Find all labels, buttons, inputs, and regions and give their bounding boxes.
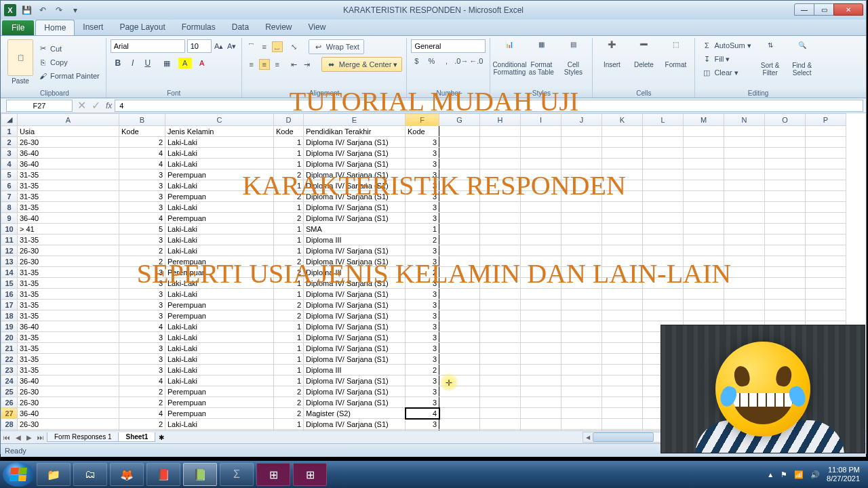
- delete-cells-button[interactable]: ➖Delete: [629, 39, 658, 70]
- cell[interactable]: [806, 126, 846, 137]
- cell[interactable]: [561, 245, 602, 256]
- cell[interactable]: [765, 245, 806, 256]
- align-bottom-icon[interactable]: ⎵: [272, 41, 283, 52]
- cell[interactable]: Diploma IV/ Sarjana (S1): [304, 256, 406, 267]
- cell[interactable]: 3: [406, 300, 439, 310]
- cell[interactable]: 3: [406, 354, 439, 365]
- cell[interactable]: [765, 310, 806, 321]
- cell[interactable]: [521, 278, 561, 289]
- cell[interactable]: Diploma IV/ Sarjana (S1): [304, 375, 406, 386]
- cell[interactable]: Perempuan: [165, 267, 274, 278]
- sort-filter-button[interactable]: ⇅Sort & Filter: [755, 40, 785, 78]
- cell[interactable]: 4: [119, 213, 165, 224]
- cell[interactable]: [480, 126, 521, 137]
- cell[interactable]: [765, 159, 806, 169]
- row-header[interactable]: 21: [1, 343, 18, 354]
- col-header[interactable]: L: [643, 114, 684, 126]
- cell[interactable]: [521, 300, 561, 310]
- cell[interactable]: [643, 245, 684, 256]
- cell[interactable]: Perempuan: [165, 408, 274, 419]
- border-button[interactable]: ▦: [161, 58, 172, 68]
- cell[interactable]: 3: [119, 169, 165, 180]
- cell[interactable]: Laki-Laki: [165, 289, 274, 300]
- cell[interactable]: Laki-Laki: [165, 245, 274, 256]
- cell[interactable]: Perempuan: [165, 256, 274, 267]
- cell[interactable]: [724, 202, 765, 213]
- taskbar-folder-icon[interactable]: 🗂: [73, 463, 107, 486]
- cell[interactable]: [480, 397, 521, 408]
- taskbar-excel-icon[interactable]: 📗: [183, 463, 217, 486]
- sheet-tab[interactable]: Form Responses 1: [47, 432, 119, 442]
- col-header[interactable]: F: [406, 114, 439, 126]
- cell[interactable]: [806, 310, 846, 321]
- cell[interactable]: [765, 256, 806, 267]
- insert-cells-button[interactable]: ➕Insert: [597, 39, 627, 70]
- cell[interactable]: [643, 278, 684, 289]
- cell[interactable]: [806, 245, 846, 256]
- cell[interactable]: 36-40: [18, 408, 119, 419]
- cell[interactable]: [724, 256, 765, 267]
- cell[interactable]: [602, 202, 643, 213]
- cell[interactable]: Laki-Laki: [165, 148, 274, 159]
- cell[interactable]: [439, 126, 480, 137]
- cell[interactable]: [643, 191, 684, 202]
- taskbar-app1-icon[interactable]: ⊞: [256, 463, 290, 486]
- formula-input[interactable]: [115, 100, 863, 112]
- col-header[interactable]: C: [165, 114, 274, 126]
- cell[interactable]: [602, 332, 643, 343]
- ribbon-tab-insert[interactable]: Insert: [75, 20, 111, 35]
- cell[interactable]: [480, 213, 521, 224]
- comma-icon[interactable]: ,: [441, 56, 452, 66]
- save-icon[interactable]: 💾: [20, 3, 33, 17]
- cell[interactable]: [806, 267, 846, 278]
- cell[interactable]: 2: [406, 365, 439, 375]
- align-left-icon[interactable]: ≡: [246, 59, 257, 70]
- cell[interactable]: [561, 375, 602, 386]
- cell[interactable]: 3: [406, 202, 439, 213]
- cell[interactable]: [439, 365, 480, 375]
- cell[interactable]: [765, 137, 806, 148]
- bold-button[interactable]: B: [111, 56, 125, 70]
- cell[interactable]: Diploma IV/ Sarjana (S1): [304, 148, 406, 159]
- close-button[interactable]: ✕: [833, 3, 863, 16]
- cell[interactable]: [521, 289, 561, 300]
- cell[interactable]: 26-30: [18, 397, 119, 408]
- cell[interactable]: 3: [119, 332, 165, 343]
- cell[interactable]: [602, 148, 643, 159]
- cell[interactable]: Diploma IV/ Sarjana (S1): [304, 289, 406, 300]
- cell[interactable]: 36-40: [18, 148, 119, 159]
- taskbar-pdf-icon[interactable]: 📕: [146, 463, 180, 486]
- cell[interactable]: Laki-Laki: [165, 278, 274, 289]
- row-header[interactable]: 2: [1, 137, 18, 148]
- cell[interactable]: [684, 256, 724, 267]
- cell[interactable]: [480, 343, 521, 354]
- redo-icon[interactable]: ↷: [52, 3, 66, 17]
- cell[interactable]: 2: [274, 397, 304, 408]
- cell[interactable]: 1: [274, 419, 304, 430]
- row-header[interactable]: 25: [1, 386, 18, 397]
- cell[interactable]: 2: [274, 310, 304, 321]
- cell[interactable]: 3: [406, 310, 439, 321]
- cell[interactable]: Laki-Laki: [165, 137, 274, 148]
- cell[interactable]: [643, 256, 684, 267]
- tray-flag-icon[interactable]: ⚑: [781, 470, 787, 479]
- cell[interactable]: [521, 310, 561, 321]
- cell[interactable]: Laki-Laki: [165, 224, 274, 235]
- cell[interactable]: 1: [274, 321, 304, 332]
- cell[interactable]: [602, 278, 643, 289]
- cell[interactable]: [643, 224, 684, 235]
- cell[interactable]: [439, 159, 480, 169]
- cell[interactable]: [765, 278, 806, 289]
- cell[interactable]: [765, 191, 806, 202]
- sheet-tab[interactable]: Sheet1: [118, 432, 155, 442]
- cell[interactable]: [806, 289, 846, 300]
- row-header[interactable]: 18: [1, 310, 18, 321]
- cell[interactable]: 31-35: [18, 300, 119, 310]
- ribbon-tab-view[interactable]: View: [300, 20, 334, 35]
- cell[interactable]: Laki-Laki: [165, 180, 274, 191]
- cell[interactable]: 1: [406, 224, 439, 235]
- col-header[interactable]: M: [684, 114, 724, 126]
- cell[interactable]: [643, 300, 684, 310]
- cell[interactable]: [561, 224, 602, 235]
- cell[interactable]: [439, 354, 480, 365]
